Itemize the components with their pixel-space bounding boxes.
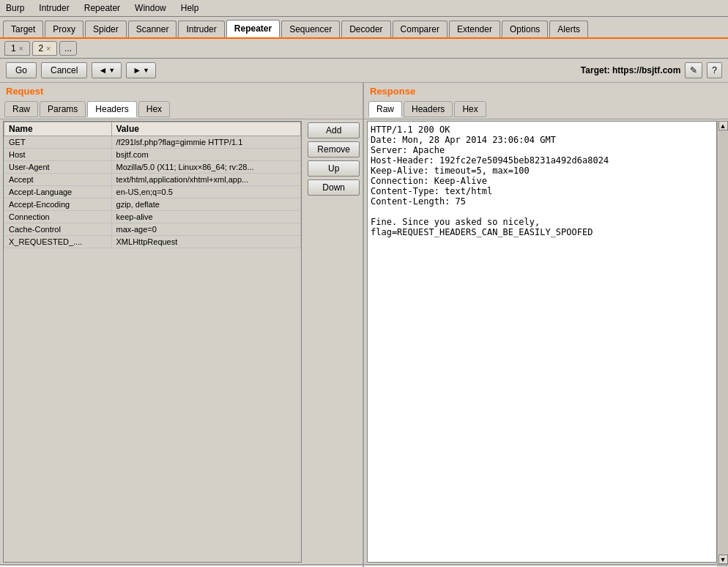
close-tab-2-icon[interactable]: × bbox=[46, 45, 51, 53]
header-value-cell: /f291lsf.php?flag=gimmie HTTP/1.1 bbox=[111, 136, 301, 149]
repeater-tab-row: 1 × 2 × ... bbox=[0, 39, 728, 59]
repeater-tab-1[interactable]: 1 × bbox=[4, 41, 30, 56]
header-value-cell: max-age=0 bbox=[111, 223, 301, 236]
header-name-cell: GET bbox=[4, 136, 112, 149]
table-row[interactable]: X_REQUESTED_....XMLHttpRequest bbox=[4, 236, 301, 248]
repeater-toolbar: Go Cancel ◄ ▼ ► ▼ Target: https://bsjtf.… bbox=[0, 59, 728, 83]
close-tab-1-icon[interactable]: × bbox=[19, 45, 23, 53]
bottom-area bbox=[0, 564, 728, 567]
forward-icon[interactable]: ► bbox=[133, 65, 141, 75]
header-name-cell: Accept-Language bbox=[4, 186, 112, 199]
headers-table: Name Value GET/f291lsf.php?flag=gimmie H… bbox=[4, 122, 301, 248]
table-row[interactable]: Accept-Encodinggzip, deflate bbox=[4, 199, 301, 211]
header-value-cell: gzip, deflate bbox=[111, 199, 301, 211]
tab-extender[interactable]: Extender bbox=[449, 21, 500, 37]
header-name-cell: Connection bbox=[4, 211, 112, 223]
table-row[interactable]: Accept-Languageen-US,en;q=0.5 bbox=[4, 186, 301, 199]
go-button[interactable]: Go bbox=[6, 62, 37, 78]
target-help-button[interactable]: ? bbox=[707, 62, 722, 78]
tab-options[interactable]: Options bbox=[502, 21, 548, 37]
menu-repeater[interactable]: Repeater bbox=[81, 1, 123, 15]
header-name-cell: Host bbox=[4, 149, 112, 161]
tab-comparer[interactable]: Comparer bbox=[393, 21, 447, 37]
scroll-down-icon[interactable]: ▼ bbox=[718, 555, 728, 564]
back-icon[interactable]: ◄ bbox=[98, 65, 107, 75]
header-value-cell: bsjtf.com bbox=[111, 149, 301, 161]
menu-intruder[interactable]: Intruder bbox=[36, 1, 72, 15]
tab-sequencer[interactable]: Sequencer bbox=[281, 21, 340, 37]
header-name-cell: User-Agent bbox=[4, 161, 112, 174]
tab-target[interactable]: Target bbox=[3, 21, 43, 37]
tab-intruder[interactable]: Intruder bbox=[178, 21, 224, 37]
table-row[interactable]: GET/f291lsf.php?flag=gimmie HTTP/1.1 bbox=[4, 136, 301, 149]
table-row[interactable]: Accepttext/html,application/xhtml+xml,ap… bbox=[4, 174, 301, 186]
request-tab-hex[interactable]: Hex bbox=[138, 101, 170, 117]
back-dropdown-icon[interactable]: ▼ bbox=[108, 67, 115, 74]
menu-help[interactable]: Help bbox=[178, 1, 202, 15]
cancel-button[interactable]: Cancel bbox=[41, 62, 87, 78]
response-tab-bar: Raw Headers Hex bbox=[364, 100, 728, 119]
col-name: Name bbox=[4, 122, 112, 136]
headers-table-container[interactable]: Name Value GET/f291lsf.php?flag=gimmie H… bbox=[3, 121, 302, 563]
menu-window[interactable]: Window bbox=[132, 1, 169, 15]
back-forward-nav[interactable]: ◄ ▼ bbox=[92, 62, 122, 78]
header-name-cell: Accept-Encoding bbox=[4, 199, 112, 211]
header-value-cell: keep-alive bbox=[111, 211, 301, 223]
response-content-wrap: HTTP/1.1 200 OK Date: Mon, 28 Apr 2014 2… bbox=[364, 119, 728, 564]
down-header-button[interactable]: Down bbox=[308, 179, 360, 196]
headers-side-buttons: Add Remove Up Down bbox=[305, 119, 363, 564]
response-tab-headers[interactable]: Headers bbox=[404, 101, 453, 117]
header-value-cell: text/html,application/xhtml+xml,app... bbox=[111, 174, 301, 186]
response-title: Response bbox=[364, 83, 728, 100]
content-area: Request Raw Params Headers Hex Name Valu… bbox=[0, 83, 728, 564]
table-row[interactable]: Connectionkeep-alive bbox=[4, 211, 301, 223]
response-content[interactable]: HTTP/1.1 200 OK Date: Mon, 28 Apr 2014 2… bbox=[367, 121, 717, 563]
request-tab-headers[interactable]: Headers bbox=[87, 101, 136, 117]
header-name-cell: Accept bbox=[4, 174, 112, 186]
response-tab-hex[interactable]: Hex bbox=[454, 101, 486, 117]
forward-nav[interactable]: ► ▼ bbox=[126, 62, 156, 78]
up-header-button[interactable]: Up bbox=[308, 160, 360, 177]
scroll-track bbox=[718, 130, 728, 555]
tab-alerts[interactable]: Alerts bbox=[549, 21, 588, 37]
request-tab-bar: Raw Params Headers Hex bbox=[0, 100, 363, 119]
repeater-tab-2[interactable]: 2 × bbox=[32, 41, 58, 56]
header-value-cell: XMLHttpRequest bbox=[111, 236, 301, 248]
header-value-cell: en-US,en;q=0.5 bbox=[111, 186, 301, 199]
response-scrollbar[interactable]: ▲ ▼ bbox=[717, 119, 728, 564]
menu-bar: Burp Intruder Repeater Window Help bbox=[0, 0, 728, 17]
main-tab-bar: Target Proxy Spider Scanner Intruder Rep… bbox=[0, 17, 728, 39]
table-row[interactable]: User-AgentMozilla/5.0 (X11; Linux×86_64;… bbox=[4, 161, 301, 174]
table-row[interactable]: Cache-Controlmax-age=0 bbox=[4, 223, 301, 236]
request-tab-params[interactable]: Params bbox=[40, 101, 86, 117]
tab-decoder[interactable]: Decoder bbox=[341, 21, 390, 37]
header-name-cell: Cache-Control bbox=[4, 223, 112, 236]
header-value-cell: Mozilla/5.0 (X11; Linux×86_64; rv:28... bbox=[111, 161, 301, 174]
response-panel: Response Raw Headers Hex HTTP/1.1 200 OK… bbox=[364, 83, 728, 564]
scroll-up-icon[interactable]: ▲ bbox=[718, 121, 728, 130]
response-tab-raw[interactable]: Raw bbox=[368, 101, 402, 117]
tab-spider[interactable]: Spider bbox=[85, 21, 127, 37]
edit-target-button[interactable]: ✎ bbox=[685, 62, 702, 78]
tab-proxy[interactable]: Proxy bbox=[45, 21, 83, 37]
request-title: Request bbox=[0, 83, 363, 100]
forward-dropdown-icon[interactable]: ▼ bbox=[143, 67, 149, 74]
request-panel: Request Raw Params Headers Hex Name Valu… bbox=[0, 83, 364, 564]
add-header-button[interactable]: Add bbox=[308, 122, 360, 138]
menu-burp[interactable]: Burp bbox=[3, 1, 27, 15]
header-name-cell: X_REQUESTED_.... bbox=[4, 236, 112, 248]
tab-scanner[interactable]: Scanner bbox=[128, 21, 177, 37]
target-label: Target: https://bsjtf.com bbox=[581, 65, 680, 75]
remove-header-button[interactable]: Remove bbox=[308, 141, 360, 158]
request-headers-area: Name Value GET/f291lsf.php?flag=gimmie H… bbox=[0, 119, 363, 564]
request-tab-raw[interactable]: Raw bbox=[4, 101, 38, 117]
col-value: Value bbox=[111, 122, 301, 136]
tab-repeater[interactable]: Repeater bbox=[226, 20, 280, 37]
table-row[interactable]: Hostbsjtf.com bbox=[4, 149, 301, 161]
more-tabs-button[interactable]: ... bbox=[59, 41, 77, 56]
